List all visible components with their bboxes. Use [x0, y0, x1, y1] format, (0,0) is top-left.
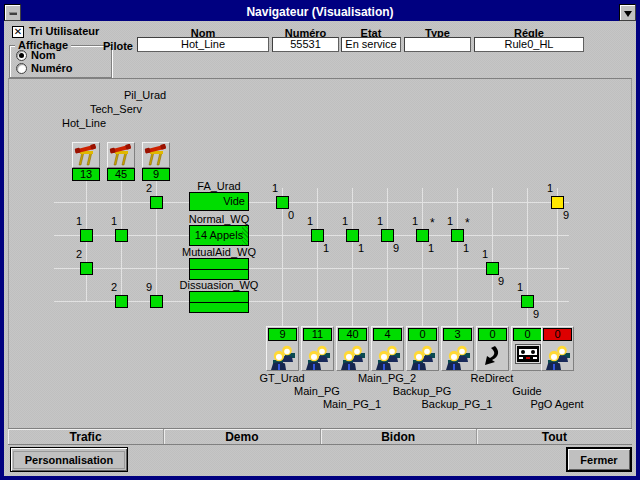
- node-count-below: 1: [319, 242, 333, 254]
- fermer-button-label: Fermer: [580, 454, 617, 466]
- queue-box-divider: [190, 269, 248, 270]
- agent-count-badge: 3: [443, 328, 472, 341]
- redirect-icon: [480, 344, 504, 368]
- grid-node[interactable]: [150, 295, 163, 308]
- navigator-window: Navigateur (Visualisation) ✕ Tri Utilisa…: [0, 0, 640, 480]
- agent-count-badge: 0: [543, 328, 572, 341]
- agent-label: Main_PG_2: [347, 372, 427, 384]
- grid-node[interactable]: [521, 295, 534, 308]
- node-count-below: 9: [494, 275, 508, 287]
- source-count-badge: 45: [107, 168, 135, 181]
- queue-box-grip[interactable]: [242, 226, 248, 245]
- queue-label: Normal_WQ: [177, 213, 261, 225]
- node-count-below: 0: [284, 209, 298, 221]
- agent-icon: [410, 344, 436, 370]
- personnalisation-button[interactable]: Personnalisation: [10, 447, 128, 472]
- agent-label: Backup_PG_1: [417, 398, 497, 410]
- node-count-above: 1: [543, 182, 557, 194]
- node-star-marker: *: [465, 216, 470, 230]
- node-count-above: 1: [443, 215, 457, 227]
- source-count-badge: 13: [72, 168, 100, 181]
- tab-tout[interactable]: Tout: [477, 429, 632, 444]
- source-label: Pil_Urad: [124, 89, 184, 101]
- grid-node[interactable]: [346, 229, 359, 242]
- tab-demo[interactable]: Demo: [164, 429, 320, 444]
- grid-node[interactable]: [416, 229, 429, 242]
- node-count-above: 1: [478, 248, 492, 260]
- grid-node[interactable]: [150, 196, 163, 209]
- view-tabs: Trafic Demo Bidon Tout: [8, 428, 632, 445]
- node-count-below: 9: [389, 242, 403, 254]
- source-count-badge: 9: [142, 168, 170, 181]
- agent-icon: [270, 344, 296, 370]
- queue-box-divider: [190, 302, 248, 303]
- queue-label: FA_Urad: [177, 180, 261, 192]
- grid-node[interactable]: [80, 229, 93, 242]
- phone-icon: [109, 144, 133, 166]
- queue-label: Dissuasion_WQ: [177, 279, 261, 291]
- queue-box[interactable]: [189, 258, 249, 280]
- agent-label: Guide: [487, 385, 567, 397]
- grid-vertical-line: [387, 188, 388, 327]
- agent-count-badge: 0: [408, 328, 437, 341]
- agent-count-badge: 0: [478, 328, 507, 341]
- grid-vertical-line: [492, 188, 493, 327]
- cassette-icon: [515, 344, 541, 364]
- agent-icon: [375, 344, 401, 370]
- agent-icon: [445, 344, 471, 370]
- node-count-above: 2: [107, 281, 121, 293]
- diagram-layer: Hot_Line13Tech_Serv45Pil_Urad9FA_UradVid…: [4, 4, 636, 476]
- agent-label: Main_PG_1: [312, 398, 392, 410]
- agent-label: Main_PG: [277, 385, 357, 397]
- agent-count-badge: 40: [338, 328, 367, 341]
- phone-icon: [74, 144, 98, 166]
- node-count-above: 1: [373, 215, 387, 227]
- node-count-above: 1: [303, 215, 317, 227]
- node-count-above: 2: [142, 182, 156, 194]
- agent-label: Backup_PG: [382, 385, 462, 397]
- tab-bidon[interactable]: Bidon: [321, 429, 477, 444]
- node-count-below: 1: [354, 242, 368, 254]
- node-count-above: 1: [268, 182, 282, 194]
- tab-trafic[interactable]: Trafic: [8, 429, 164, 444]
- agent-count-badge: 11: [303, 328, 332, 341]
- node-count-below: 9: [529, 308, 543, 320]
- agent-label: ReDirect: [452, 372, 532, 384]
- node-count-below: 9: [559, 209, 573, 221]
- node-star-marker: *: [430, 216, 435, 230]
- grid-node[interactable]: [451, 229, 464, 242]
- grid-vertical-line: [422, 188, 423, 327]
- agent-count-badge: 0: [513, 328, 542, 341]
- agent-icon: [545, 344, 571, 370]
- grid-node[interactable]: [115, 295, 128, 308]
- node-count-above: 1: [72, 215, 86, 227]
- grid-node[interactable]: [276, 196, 289, 209]
- grid-node[interactable]: [486, 262, 499, 275]
- queue-box[interactable]: 14 Appels: [189, 225, 249, 246]
- queue-label: MutualAid_WQ: [177, 246, 261, 258]
- grid-node[interactable]: [80, 262, 93, 275]
- source-label: Tech_Serv: [90, 103, 150, 115]
- queue-box[interactable]: Vide: [189, 192, 249, 211]
- node-count-below: 1: [459, 242, 473, 254]
- agent-icon: [340, 344, 366, 370]
- agent-icon: [305, 344, 331, 370]
- node-count-above: 1: [338, 215, 352, 227]
- grid-node[interactable]: [115, 229, 128, 242]
- grid-node[interactable]: [311, 229, 324, 242]
- agent-count-badge: 4: [373, 328, 402, 341]
- source-label: Hot_Line: [62, 117, 122, 129]
- node-count-above: 1: [408, 215, 422, 227]
- queue-box[interactable]: [189, 291, 249, 313]
- grid-vertical-line: [317, 188, 318, 327]
- personnalisation-button-label: Personnalisation: [13, 451, 125, 469]
- node-count-above: 1: [107, 215, 121, 227]
- grid-node[interactable]: [381, 229, 394, 242]
- node-count-below: 1: [424, 242, 438, 254]
- grid-vertical-line: [457, 188, 458, 327]
- agent-label: GT_Urad: [242, 372, 322, 384]
- node-count-above: 1: [513, 281, 527, 293]
- grid-node[interactable]: [551, 196, 564, 209]
- agent-label: PgO Agent: [517, 398, 597, 410]
- fermer-button[interactable]: Fermer: [566, 447, 632, 472]
